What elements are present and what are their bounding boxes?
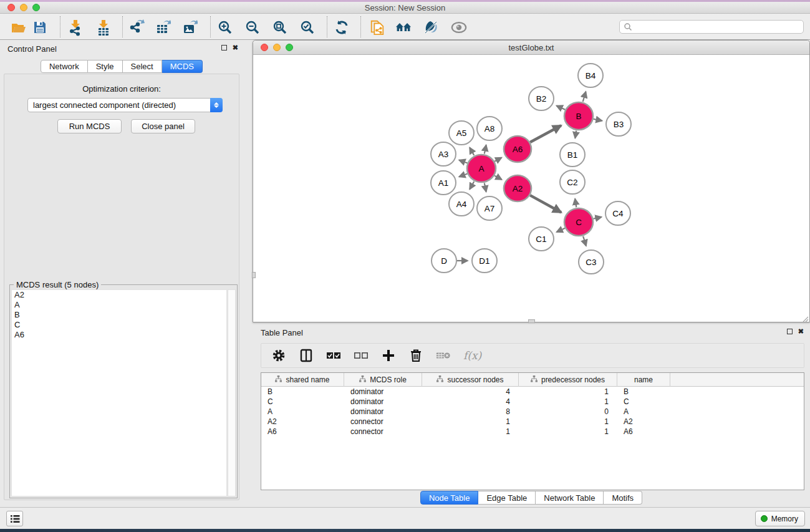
graph-edge-A-A5[interactable] [470, 148, 474, 156]
graph-edge-C-C1[interactable] [557, 228, 565, 232]
close-panel-icon[interactable]: ✖ [233, 44, 238, 51]
mcds-result-item[interactable]: B [12, 310, 226, 320]
first-neighbors-icon[interactable] [395, 19, 412, 36]
import-network-icon[interactable] [67, 19, 84, 36]
tab-node-table[interactable]: Node Table [420, 491, 479, 505]
column-header-shared-name[interactable]: shared name [261, 373, 344, 387]
network-zoom-button[interactable] [286, 44, 293, 51]
graph-edge-C-C4[interactable] [593, 217, 601, 219]
tab-mcds[interactable]: MCDS [162, 60, 203, 73]
graph-edge-B-B2[interactable] [556, 105, 565, 109]
column-select-icon[interactable] [299, 348, 314, 363]
mcds-result-item[interactable]: A [12, 300, 226, 310]
column-header-name[interactable]: name [617, 373, 670, 387]
table-settings-icon[interactable] [271, 348, 286, 363]
graph-node-label: A2 [513, 184, 523, 193]
network-close-button[interactable] [261, 44, 268, 51]
graph-edge-B-B1[interactable] [575, 131, 576, 138]
task-history-button[interactable] [6, 511, 23, 526]
graphics-details-icon[interactable] [423, 19, 439, 36]
splitter-handle[interactable] [528, 319, 535, 323]
tab-motifs[interactable]: Motifs [604, 491, 642, 505]
add-column-icon[interactable] [381, 348, 396, 363]
graph-edge-B-B4[interactable] [583, 92, 586, 102]
zoom-fit-icon[interactable] [272, 19, 288, 36]
mcds-result-list[interactable]: A2ABCA6 [11, 289, 227, 496]
select-all-rows-icon[interactable] [326, 348, 341, 363]
show-navigator-icon[interactable] [451, 19, 467, 36]
search-field[interactable] [619, 20, 804, 34]
table-cell: dominator [344, 397, 422, 407]
table-row[interactable]: Adominator80A [261, 407, 804, 417]
graph-edge-A-A4[interactable] [470, 181, 474, 190]
network-window-titlebar[interactable]: testGlobe.txt [253, 41, 809, 55]
delete-column-icon[interactable] [408, 348, 423, 363]
table-row[interactable]: Cdominator41C [261, 397, 804, 407]
zoom-in-icon[interactable] [217, 19, 233, 36]
tab-network[interactable]: Network [41, 60, 88, 73]
node-table[interactable]: shared nameMCDS rolesuccessor nodesprede… [261, 372, 804, 490]
function-builder-icon[interactable]: f(x) [463, 349, 481, 362]
table-row[interactable]: A2connector11A2 [261, 417, 804, 427]
save-session-icon[interactable] [32, 19, 48, 36]
zoom-selected-icon[interactable] [299, 19, 316, 36]
search-input[interactable] [632, 21, 803, 32]
table-row[interactable]: A6connector11A6 [261, 427, 804, 437]
apply-preferred-layout-icon[interactable] [334, 19, 350, 36]
graph-edge-A2-C[interactable] [530, 195, 561, 212]
table-cell: 0 [519, 407, 617, 417]
table-row[interactable]: Bdominator41B [261, 387, 804, 397]
export-table-icon[interactable] [155, 19, 171, 36]
graph-edge-C-C2[interactable] [575, 199, 576, 208]
tab-select[interactable]: Select [123, 60, 162, 73]
table-cell: A2 [617, 417, 670, 427]
splitter-handle[interactable] [252, 272, 256, 278]
mcds-result-item[interactable]: A6 [12, 330, 226, 340]
graph-edge-A-A7[interactable] [485, 183, 486, 192]
column-header-successor-nodes[interactable]: successor nodes [422, 373, 519, 387]
mcds-result-scrollbar[interactable] [228, 289, 236, 496]
graph-edge-A-A3[interactable] [459, 160, 467, 163]
network-canvas[interactable]: AA1A2A3A4A5A6A7A8BB1B2B3B4CC1C2C3C4DD1 [253, 55, 809, 322]
graph-edge-A-A8[interactable] [485, 145, 486, 153]
graph-edge-A-A2[interactable] [494, 176, 502, 180]
graph-edge-A6-B[interactable] [530, 125, 561, 142]
import-table-icon[interactable] [95, 19, 112, 36]
desktop-bottom-strip [0, 529, 810, 532]
toolbar-separator [122, 16, 123, 37]
session-titlebar[interactable]: Session: New Session [0, 2, 810, 14]
graph-edge-A-A1[interactable] [459, 173, 467, 177]
tab-edge-table[interactable]: Edge Table [478, 491, 536, 505]
column-header-predecessor-nodes[interactable]: predecessor nodes [519, 373, 617, 387]
export-network-icon[interactable] [128, 19, 145, 36]
mcds-result-item[interactable]: A2 [12, 290, 226, 300]
criterion-dropdown[interactable]: largest connected component (directed) [27, 98, 223, 112]
open-session-icon[interactable] [11, 19, 27, 36]
deselect-all-rows-icon[interactable] [354, 348, 369, 363]
minimize-window-button[interactable] [20, 4, 27, 11]
zoom-out-icon[interactable] [244, 19, 261, 36]
resize-grip-icon[interactable] [801, 314, 809, 321]
graph-edge-C-C3[interactable] [583, 236, 586, 246]
run-mcds-button[interactable]: Run MCDS [57, 119, 122, 133]
tab-network-table[interactable]: Network Table [536, 491, 604, 505]
graph-edge-B-B3[interactable] [594, 119, 602, 121]
table-panel: Table Panel ✖ [253, 324, 810, 507]
network-minimize-button[interactable] [273, 44, 281, 51]
close-table-panel-icon[interactable]: ✖ [798, 328, 804, 335]
network-from-file-icon[interactable] [369, 19, 385, 36]
column-header-mcds-role[interactable]: MCDS role [344, 373, 422, 387]
mcds-result-item[interactable]: C [12, 320, 226, 330]
hierarchy-icon [275, 375, 282, 384]
export-image-icon[interactable] [181, 19, 198, 36]
close-window-button[interactable] [7, 4, 15, 11]
zoom-window-button[interactable] [32, 4, 40, 11]
float-table-panel-icon[interactable] [787, 329, 793, 334]
graph-edge-A-A6[interactable] [494, 158, 501, 162]
close-panel-button[interactable]: Close panel [131, 119, 195, 133]
delete-table-icon[interactable] [436, 348, 451, 363]
float-panel-icon[interactable] [221, 45, 227, 51]
memory-button[interactable]: Memory [755, 511, 805, 526]
criterion-value: largest connected component (directed) [28, 100, 210, 110]
tab-style[interactable]: Style [88, 60, 123, 73]
